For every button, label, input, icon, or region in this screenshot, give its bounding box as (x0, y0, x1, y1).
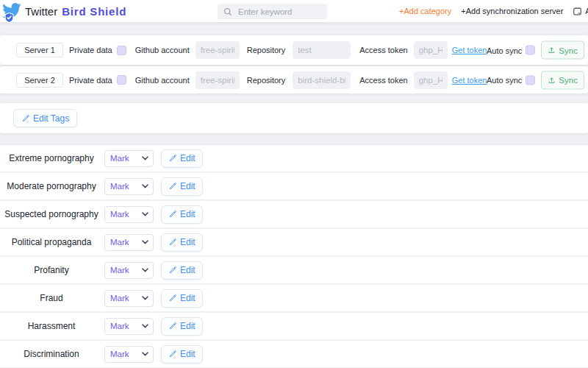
private-data-checkbox[interactable] (117, 46, 126, 55)
repository-label: Repository (247, 46, 286, 54)
mark-dropdown[interactable]: Mark (104, 290, 154, 307)
edit-tags-button[interactable]: Edit Tags (13, 109, 77, 127)
dropdown-value: Mark (110, 154, 129, 163)
edit-button-label: Edit (180, 237, 196, 247)
edit-button-label: Edit (180, 349, 196, 359)
chevron-down-icon (142, 352, 148, 356)
chevron-down-icon (142, 268, 148, 272)
github-account-input[interactable] (196, 41, 240, 59)
github-account-label: Github account (135, 46, 190, 54)
get-token-link[interactable]: Get token (452, 46, 487, 54)
mark-dropdown[interactable]: Mark (104, 150, 154, 167)
brand-name: Bird Shield (62, 5, 126, 18)
edit-button[interactable]: Edit (161, 261, 203, 280)
chevron-down-icon (142, 156, 148, 160)
search-input[interactable] (237, 7, 327, 17)
category-row: Moderate pornography Mark Edit (0, 173, 588, 201)
edit-pen-icon (168, 182, 177, 191)
server-row-2: Private data Github account Repository A… (0, 66, 588, 93)
chevron-down-icon (142, 240, 148, 244)
repository-input[interactable] (293, 41, 351, 59)
dropdown-value: Mark (110, 210, 129, 219)
edit-button-label: Edit (180, 181, 196, 191)
edit-button[interactable]: Edit (161, 345, 203, 364)
edit-button[interactable]: Edit (161, 149, 203, 168)
edit-pen-icon (168, 266, 177, 275)
category-label: Fraud (0, 293, 103, 303)
upload-icon (548, 76, 556, 84)
server-name-input[interactable] (16, 43, 63, 57)
edit-pen-icon (21, 114, 30, 123)
add-sync-server-link[interactable]: +Add synchronization server (461, 7, 563, 15)
auto-sync-checkbox[interactable] (526, 75, 535, 85)
account-icon (573, 7, 582, 16)
edit-pen-icon (168, 154, 177, 163)
edit-button[interactable]: Edit (161, 317, 203, 336)
private-data-label: Private data (69, 76, 112, 85)
category-row: Fraud Mark Edit (0, 285, 588, 313)
github-account-label: Github account (135, 76, 190, 85)
edit-button[interactable]: Edit (161, 233, 203, 252)
github-account-input[interactable] (196, 71, 240, 89)
dropdown-value: Mark (110, 238, 129, 247)
access-token-label: Access token (359, 76, 407, 85)
edit-tags-label: Edit Tags (33, 113, 69, 124)
category-row: Discrimination Mark Edit (0, 341, 588, 368)
category-row: Harassment Mark Edit (0, 313, 588, 341)
edit-button[interactable]: Edit (161, 177, 203, 196)
search-icon (223, 7, 232, 16)
sync-button[interactable]: Sync (541, 71, 584, 89)
chevron-down-icon (142, 296, 148, 300)
brand-title: Twitter Bird Shield (25, 0, 126, 22)
auto-sync-checkbox[interactable] (526, 46, 535, 55)
dropdown-value: Mark (110, 322, 129, 330)
category-row: Extreme pornography Mark Edit (0, 145, 588, 173)
dropdown-value: Mark (110, 182, 129, 191)
brand-prefix: Twitter (25, 5, 57, 18)
private-data-checkbox[interactable] (117, 75, 126, 85)
edit-pen-icon (168, 238, 177, 247)
shield-check-badge-icon (4, 13, 14, 23)
edit-pen-icon (168, 210, 177, 219)
repository-label: Repository (247, 76, 286, 85)
dropdown-value: Mark (110, 294, 129, 302)
repository-input[interactable] (293, 71, 351, 89)
mark-dropdown[interactable]: Mark (104, 234, 154, 251)
edit-button-label: Edit (180, 265, 196, 275)
server-row-1: Private data Github account Repository A… (0, 35, 588, 65)
edit-button[interactable]: Edit (161, 289, 203, 308)
mark-dropdown[interactable]: Mark (104, 262, 154, 279)
sync-button[interactable]: Sync (541, 41, 584, 60)
chevron-down-icon (142, 324, 148, 328)
category-label: Suspected pornography (0, 209, 103, 219)
mark-dropdown[interactable]: Mark (104, 206, 154, 223)
mark-dropdown[interactable]: Mark (104, 178, 154, 195)
edit-button-label: Edit (180, 209, 196, 219)
search-box[interactable] (218, 4, 327, 19)
edit-pen-icon (168, 294, 177, 302)
category-label: Profanity (0, 265, 103, 275)
category-row: Political propaganda Mark Edit (0, 229, 588, 257)
sync-button-label: Sync (559, 46, 578, 54)
account-link[interactable]: Acco (573, 7, 588, 16)
access-token-label: Access token (359, 46, 407, 54)
mark-dropdown[interactable]: Mark (104, 346, 154, 363)
category-row: Suspected pornography Mark Edit (0, 201, 588, 229)
access-token-input[interactable] (414, 41, 448, 59)
get-token-link[interactable]: Get token (452, 76, 487, 85)
auto-sync-label: Auto sync (487, 76, 522, 85)
add-category-link[interactable]: +Add category (399, 7, 451, 15)
mark-dropdown[interactable]: Mark (104, 318, 154, 335)
twitter-bird-logo-icon (1, 1, 22, 21)
app-header: Twitter Bird Shield +Add category +Add s… (0, 0, 588, 22)
chevron-down-icon (142, 184, 148, 188)
tags-section: Edit Tags (0, 103, 588, 133)
server-name-input[interactable] (16, 73, 63, 88)
edit-button[interactable]: Edit (161, 205, 203, 224)
category-row: Profanity Mark Edit (0, 257, 588, 285)
edit-button-label: Edit (180, 153, 196, 163)
sync-button-label: Sync (559, 76, 578, 85)
auto-sync-label: Auto sync (487, 46, 522, 54)
access-token-input[interactable] (414, 71, 448, 89)
edit-pen-icon (168, 322, 177, 330)
